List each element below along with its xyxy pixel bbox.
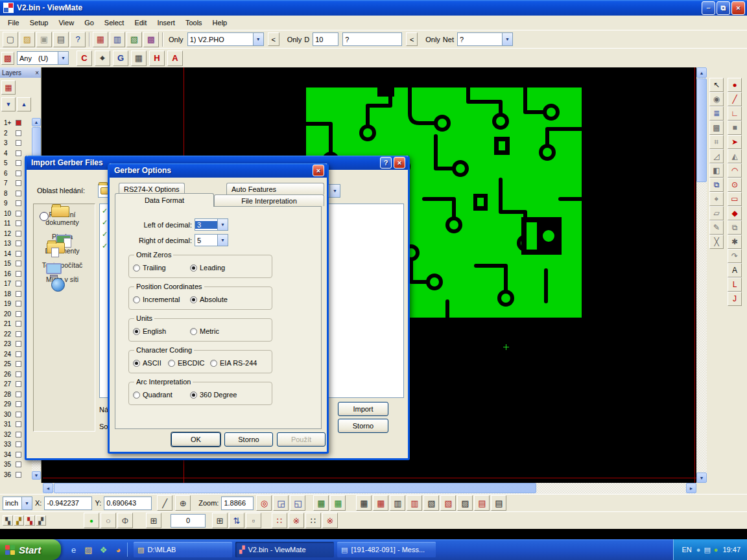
close-icon[interactable]: × [313,165,324,176]
layer-color-swatch[interactable] [16,281,21,286]
layer-color-swatch[interactable] [16,472,21,478]
tab-auto-features[interactable]: Auto Features [226,183,324,194]
layer-color-swatch[interactable] [16,371,21,377]
target-select-icon[interactable]: ⌖ [95,51,110,66]
dcode-input[interactable]: 10 [313,32,338,46]
layer-color-swatch[interactable] [16,160,21,166]
minimize-button[interactable]: – [702,1,715,15]
view-poly-icon[interactable]: ▧ [423,495,439,511]
view-pads-icon[interactable]: ▦ [356,495,372,511]
unit-combo[interactable]: inch ▼ [3,496,32,510]
text-select-icon[interactable]: A [167,51,183,66]
mirror-triangle-icon[interactable]: ◭ [728,149,742,163]
tray-network-icon[interactable]: ● [696,546,701,554]
prev-layer-button[interactable]: < [268,32,279,46]
layer-color-swatch[interactable] [16,361,21,367]
draw-circle-icon[interactable]: ⊙ [728,178,742,192]
scrollbar-thumb[interactable] [696,78,707,182]
layer-color-swatch[interactable] [16,391,21,397]
place-documents[interactable]: Dokumenty [34,247,91,255]
scroll-down-icon[interactable]: ▼ [696,472,707,483]
canvas-hscrollbar[interactable]: ◄ ► [43,483,696,494]
layer-color-swatch[interactable] [16,311,21,317]
layer-color-swatch[interactable] [16,401,21,407]
cancel-button[interactable]: Storno [224,432,273,447]
highlight-led-icon[interactable]: ● [84,513,99,528]
apply-button[interactable]: Použít [277,432,326,447]
layer-color-swatch[interactable] [16,271,21,277]
layer-color-swatch[interactable] [16,220,21,226]
fill-pattern-icon[interactable]: ▩ [709,121,724,135]
view-flash-icon[interactable]: ▥ [390,495,405,511]
restore-button[interactable]: ⧉ [717,1,730,15]
menu-item[interactable]: Edit [129,17,152,29]
open-folder-icon[interactable]: ▨ [19,32,35,47]
draw-polygon-icon[interactable]: ◆ [728,206,742,220]
ie-icon[interactable]: e [67,544,80,556]
layer-report-icon[interactable]: ▧ [126,32,142,47]
browser-icon[interactable]: ◕ [112,544,124,556]
import-cancel-button[interactable]: Storno [338,419,388,433]
move-vertical-icon[interactable]: ⇅ [229,513,244,528]
clock[interactable]: 19:47 [722,546,741,554]
layer-swatch-button[interactable]: ▦ [1,80,16,95]
radio-metric[interactable]: Metric [190,327,219,335]
layer-row[interactable]: 2 [0,128,31,139]
layer-color-swatch[interactable] [16,120,21,126]
radio-trailing[interactable]: Trailing [133,264,166,272]
dotted-box-icon[interactable]: ▫ [246,513,261,528]
pad-pattern-1-icon[interactable]: ∷ [272,513,287,528]
place-desktop[interactable]: Plocha [34,233,91,240]
ok-button[interactable]: OK [171,432,220,447]
pad-pattern-2-icon[interactable]: ※ [289,513,304,528]
draw-rect-icon[interactable]: ▭ [728,192,742,206]
dcode-filter-input[interactable]: ? [342,32,402,46]
layer-color-swatch[interactable] [16,180,21,186]
group-select-icon[interactable]: G [113,51,128,66]
layer-color-swatch[interactable] [16,150,21,156]
layer-color-swatch[interactable] [16,231,21,237]
save-icon[interactable]: ▣ [36,32,52,47]
view-sketch-icon[interactable]: ▤ [474,495,490,511]
layer-pair-1-icon[interactable]: ▚ [3,515,13,526]
layer-pair-3-icon[interactable]: ▚ [25,515,35,526]
layer-color-swatch[interactable] [16,200,21,206]
view-traces-icon[interactable]: ▦ [373,495,388,511]
chevron-down-icon[interactable]: ▼ [58,52,68,64]
circle-probe-icon[interactable]: ○ [101,513,116,528]
chevron-down-icon[interactable]: ▼ [217,235,228,246]
menu-item[interactable]: Select [99,17,130,29]
probe-icon[interactable]: ◉ [709,92,724,106]
dcode-table-icon[interactable]: ▦ [93,32,108,47]
menu-item[interactable]: Tools [180,17,208,29]
x-coordinate-input[interactable]: -0.942237 [44,496,92,510]
copy-sheet-icon[interactable]: ⧉ [709,178,724,192]
task-button[interactable]: ▨ D:\MLAB [134,542,232,557]
menu-item[interactable]: Insert [152,17,180,29]
layer-color-swatch[interactable] [16,321,21,327]
zoom-input[interactable]: 1.8866 [221,496,254,510]
close-button[interactable]: × [731,1,745,15]
flash-pad-icon[interactable]: ● [728,78,742,92]
zoom-in-icon[interactable]: ◎ [256,495,272,511]
radio-leading[interactable]: Leading [190,264,225,272]
y-coordinate-input[interactable]: 0.690643 [104,496,152,510]
scroll-up-icon[interactable]: ▲ [696,67,707,78]
radio-incremental[interactable]: Incremental [133,296,180,303]
grid-icon[interactable]: ▦ [313,495,329,511]
folders-icon[interactable]: ▨ [82,544,95,556]
canvas-vscrollbar[interactable]: ▲ ▼ [696,67,707,483]
char-l-icon[interactable]: L [728,277,742,292]
filled-square-icon[interactable]: ■ [728,121,742,135]
draw-corner-icon[interactable]: ∟ [728,106,742,121]
scroll-up-icon[interactable]: ▲ [32,118,41,126]
radio-ebcdic[interactable]: EBCDIC [168,359,205,367]
edit-pencil-icon[interactable]: ✎ [709,220,724,235]
layer-color-swatch[interactable] [16,170,21,176]
radio-absolute[interactable]: Absolute [190,296,228,303]
chevron-down-icon[interactable]: ▼ [502,33,512,45]
prev-dcode-button[interactable]: < [406,32,418,46]
layer-color-swatch[interactable] [16,432,21,438]
slope-icon[interactable]: ◿ [709,149,724,163]
layer-color-swatch[interactable] [16,291,21,297]
